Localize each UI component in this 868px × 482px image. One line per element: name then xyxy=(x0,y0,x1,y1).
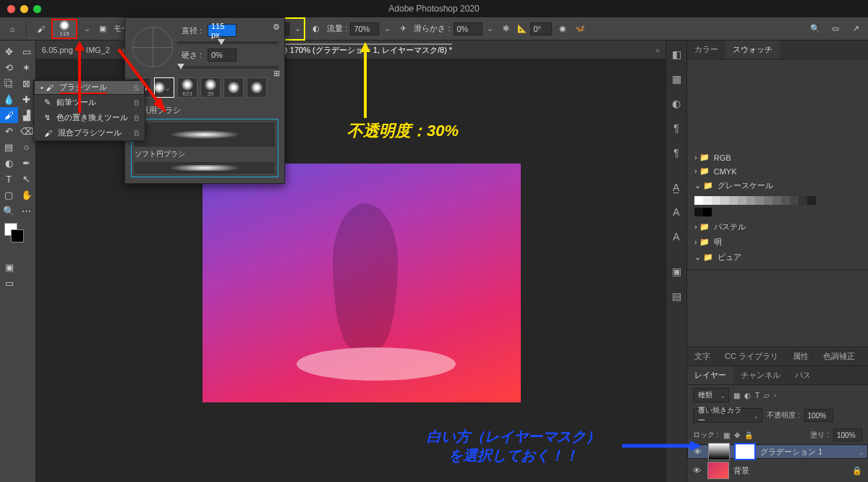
diameter-input[interactable]: 115 px xyxy=(208,24,237,37)
lock-position-icon[interactable]: ✥ xyxy=(734,431,740,439)
pressure-size-icon[interactable]: ◉ xyxy=(556,22,569,35)
folder-pure[interactable]: ⌄ 📁 ピュア xyxy=(694,250,861,265)
fill-input[interactable]: 100% xyxy=(833,428,862,441)
hardness-input[interactable]: 0% xyxy=(208,48,237,62)
folder-rgb[interactable]: › 📁 RGB xyxy=(694,151,861,164)
share-icon[interactable]: ↗ xyxy=(849,22,862,35)
brush-tool[interactable]: 🖌 xyxy=(0,107,18,123)
dodge-tool[interactable]: ◐ xyxy=(0,155,18,171)
layer-opacity-input[interactable]: 100% xyxy=(804,409,833,422)
glyphs-panel-icon[interactable]: ¶ xyxy=(670,146,683,159)
preset-4[interactable]: 35 xyxy=(200,77,221,98)
glyph-panel-icon[interactable]: A xyxy=(670,230,683,243)
doc-tab[interactable]: IMG_2 xyxy=(86,46,110,54)
layer-row-gradient[interactable]: 👁 グラデーション 1 xyxy=(687,444,868,459)
tab-attr[interactable]: 属性 xyxy=(786,347,816,365)
search-icon[interactable]: 🔍 xyxy=(809,22,822,35)
lock-pixels-icon[interactable]: ▦ xyxy=(723,431,730,439)
layers-panel-icon[interactable]: ▤ xyxy=(670,289,683,303)
maximize-window-button[interactable] xyxy=(33,5,41,13)
lasso-tool[interactable]: ⟲ xyxy=(0,59,18,75)
brush-preset-picker[interactable]: 115 xyxy=(51,19,77,39)
grayscale-swatches[interactable] xyxy=(694,196,861,205)
home-icon[interactable]: ⌂ xyxy=(6,22,19,35)
tab-moji[interactable]: 文字 xyxy=(687,347,718,365)
filter-smart-icon[interactable]: ▫ xyxy=(774,392,777,399)
angle-input[interactable]: 0° xyxy=(530,22,552,35)
new-preset-icon[interactable]: ⊞ xyxy=(273,69,280,78)
pressure-opacity-icon[interactable]: ◐ xyxy=(310,22,323,35)
brush-panel-toggle-icon[interactable]: ▣ xyxy=(96,22,109,35)
smoothing-input[interactable]: 0% xyxy=(454,22,482,35)
marquee-tool[interactable]: ▭ xyxy=(18,43,36,59)
history-brush-tool[interactable]: ↶ xyxy=(0,123,18,139)
brush-tool-icon[interactable]: 🖌 xyxy=(34,22,47,35)
selection-tool[interactable]: ✶ xyxy=(18,59,36,75)
chevron-down-icon[interactable]: ⌄ xyxy=(292,20,302,38)
tab-layer[interactable]: レイヤー xyxy=(687,366,733,384)
edit-toolbar[interactable]: ⋯ xyxy=(18,203,36,219)
crop-tool[interactable]: ⿻ xyxy=(0,75,18,91)
canvas-area[interactable]: 6.05.png IMG_2 womun-ex.psd woman-234630… xyxy=(36,41,665,482)
styles-panel-icon[interactable]: ¶ xyxy=(670,122,683,135)
quickmask-toggle[interactable]: ▣ xyxy=(0,259,18,275)
folder-gray[interactable]: ⌄ 📁 グレースケール xyxy=(694,178,861,193)
canvas-image[interactable] xyxy=(203,164,521,402)
chevron-down-icon[interactable]: ⌄ xyxy=(485,20,495,38)
lock-all-icon[interactable]: 🔒 xyxy=(744,431,753,439)
symmetry-icon[interactable]: 🦋 xyxy=(574,22,587,35)
layer-filter-select[interactable]: 種類 xyxy=(693,388,729,402)
hardness-slider[interactable] xyxy=(177,66,278,69)
folder-light[interactable]: › 📁 明 xyxy=(694,234,861,250)
3d-panel-icon[interactable]: ▣ xyxy=(670,265,683,278)
preset-5[interactable] xyxy=(224,77,244,98)
path-select-tool[interactable]: ↖ xyxy=(18,171,36,187)
tab-cc[interactable]: CC ライブラリ xyxy=(718,347,786,365)
move-tool[interactable]: ✥ xyxy=(0,43,18,59)
layer-row-bg[interactable]: 👁 背景 🔒 xyxy=(687,459,868,482)
character-panel-icon[interactable]: A̲ xyxy=(670,181,683,194)
type-tool[interactable]: T xyxy=(0,171,18,187)
folder-pastel[interactable]: › 📁 パステル xyxy=(694,219,861,234)
preset-3[interactable]: 623 xyxy=(177,77,197,98)
hand-tool[interactable]: ✋ xyxy=(18,187,36,203)
gear-icon[interactable]: ⚙ xyxy=(273,22,280,32)
airbrush-icon[interactable]: ✈ xyxy=(396,22,409,35)
filter-adjust-icon[interactable]: ◐ xyxy=(744,392,751,399)
swatches-panel-icon[interactable]: ▦ xyxy=(670,72,683,85)
folder-cmyk[interactable]: › 📁 CMYK xyxy=(694,164,861,178)
pen-tool[interactable]: ✒ xyxy=(18,155,36,171)
chevron-down-icon[interactable]: ⌄ xyxy=(382,20,392,38)
color-swatches[interactable] xyxy=(0,223,35,249)
color-panel-icon[interactable]: ◧ xyxy=(670,48,683,61)
gradient-tool[interactable]: ▤ xyxy=(0,139,18,155)
zoom-tool[interactable]: 🔍 xyxy=(0,203,18,219)
adjustments-panel-icon[interactable]: ◐ xyxy=(670,97,683,110)
tab-tone[interactable]: 色調補正 xyxy=(816,347,862,365)
minimize-window-button[interactable] xyxy=(20,5,28,13)
filter-type-icon[interactable]: T xyxy=(755,392,760,399)
blend-mode-select[interactable]: 覆い焼きカラー xyxy=(693,408,762,423)
filter-shape-icon[interactable]: ▱ xyxy=(764,392,770,399)
layer-mask-thumbnail[interactable] xyxy=(734,443,756,460)
flyout-mixer[interactable]: 🖌 混合ブラシツールB xyxy=(34,125,145,140)
color-tab[interactable]: カラー xyxy=(687,41,726,59)
swatch-tab[interactable]: スウォッチ xyxy=(726,41,780,59)
doc-tab[interactable]: 6.05.png xyxy=(42,46,73,54)
close-window-button[interactable] xyxy=(7,5,15,13)
preset-6[interactable] xyxy=(247,77,267,98)
eyedropper-tool[interactable]: 💧 xyxy=(0,91,18,107)
paragraph-panel-icon[interactable]: A xyxy=(670,206,683,219)
rectangle-tool[interactable]: ▢ xyxy=(0,187,18,203)
filter-pixels-icon[interactable]: ▦ xyxy=(733,392,740,399)
diameter-slider[interactable] xyxy=(177,41,278,44)
visibility-toggle[interactable]: 👁 xyxy=(693,466,703,475)
tab-overflow-icon[interactable]: » xyxy=(655,46,660,54)
tab-path[interactable]: パス xyxy=(788,366,818,384)
tab-channel[interactable]: チャンネル xyxy=(733,366,788,384)
screenmode-toggle[interactable]: ▭ xyxy=(0,275,18,291)
flow-input[interactable]: 70% xyxy=(350,22,379,35)
chevron-down-icon[interactable]: ⌄ xyxy=(82,20,92,38)
workspace-icon[interactable]: ▭ xyxy=(829,22,842,35)
blur-tool[interactable]: ○ xyxy=(18,139,36,155)
